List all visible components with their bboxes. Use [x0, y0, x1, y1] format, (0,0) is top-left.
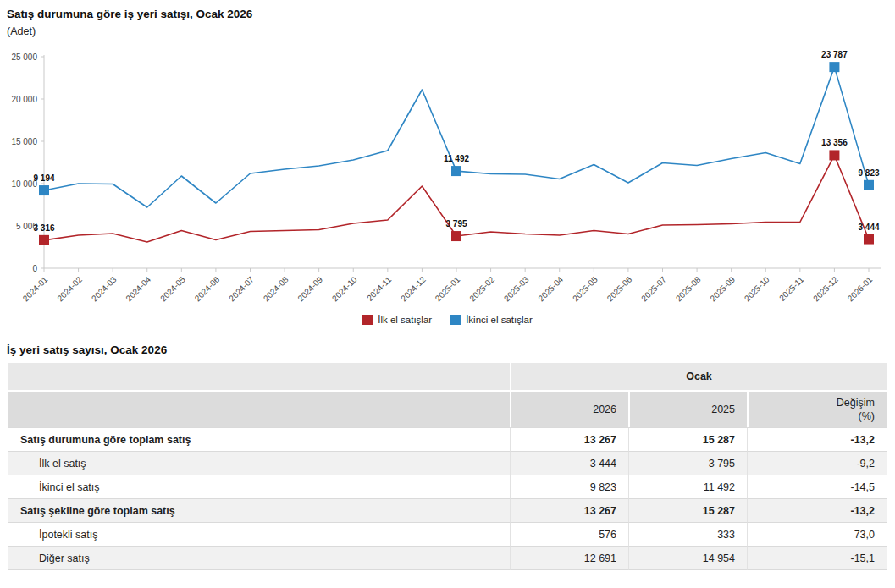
statistics-page: Satış durumuna göre iş yeri satışı, Ocak… — [0, 0, 895, 570]
data-point-label: 13 356 — [821, 138, 848, 147]
chart-section: Satış durumuna göre iş yeri satışı, Ocak… — [0, 0, 895, 325]
data-point-label: 3 316 — [33, 223, 54, 233]
x-axis-tick-label: 2025-10 — [743, 274, 771, 303]
table-subheader-empty-cell — [8, 390, 510, 427]
x-axis-tick-label: 2024-12 — [399, 274, 428, 303]
data-point-label: 9 194 — [33, 173, 54, 183]
row-label: Diğer satış — [8, 546, 510, 570]
table-row: İlk el satış3 4443 795-9,2 — [8, 451, 887, 475]
chart-subtitle: (Adet) — [7, 25, 895, 37]
cell-2026: 3 444 — [510, 451, 628, 475]
column-group-header: Ocak — [510, 363, 887, 390]
data-point-label: 9 823 — [858, 168, 879, 178]
y-axis-tick-label: 25 000 — [11, 52, 37, 62]
x-axis-tick-label: 2024-11 — [365, 274, 394, 303]
table-title: İş yeri satış sayısı, Ocak 2026 — [7, 343, 895, 356]
x-axis-tick-label: 2024-09 — [296, 274, 324, 303]
cell-change-percent: -13,2 — [747, 427, 887, 451]
x-axis-tick-label: 2025-07 — [639, 274, 668, 303]
x-axis-tick-label: 2025-11 — [777, 274, 806, 303]
cell-change-percent: -15,1 — [747, 546, 887, 570]
column-header-change-percent: Değişim (%) — [747, 390, 887, 427]
x-axis-tick-label: 2024-05 — [158, 274, 187, 303]
x-axis-tick-label: 2025-06 — [605, 274, 634, 303]
legend-label: İkinci el satışlar — [466, 315, 533, 325]
x-axis-tick-label: 2025-05 — [571, 274, 599, 303]
x-axis-tick-label: 2024-03 — [90, 274, 119, 303]
x-axis-tick-label: 2024-01 — [21, 274, 50, 303]
x-axis-tick-label: 2025-08 — [674, 274, 703, 303]
data-point-marker-ilk-el[interactable] — [864, 234, 874, 245]
cell-change-percent: -14,5 — [747, 475, 887, 498]
data-point-marker-ikinci-el[interactable] — [451, 166, 461, 176]
chart-title: Satış durumuna göre iş yeri satışı, Ocak… — [7, 7, 895, 22]
row-label: İlk el satış — [8, 451, 510, 475]
series-line-ikinci-el — [44, 67, 869, 207]
cell-2026: 13 267 — [510, 427, 628, 451]
cell-2025: 11 492 — [628, 475, 747, 498]
row-label: İpotekli satış — [8, 522, 510, 546]
table-row: Satış durumuna göre toplam satış13 26715… — [8, 427, 887, 451]
x-axis-tick-label: 2024-10 — [330, 274, 359, 303]
cell-2025: 3 795 — [628, 451, 747, 475]
data-point-marker-ikinci-el[interactable] — [829, 62, 839, 72]
column-header-2026: 2026 — [510, 390, 628, 427]
cell-2025: 15 287 — [628, 498, 747, 522]
x-axis-tick-label: 2024-02 — [55, 274, 84, 303]
cell-2026: 576 — [510, 522, 628, 546]
legend-swatch-blue — [450, 315, 461, 325]
table-row: İkinci el satış9 82311 492-14,5 — [8, 475, 887, 498]
data-point-marker-ikinci-el[interactable] — [39, 185, 49, 195]
row-label: İkinci el satış — [8, 475, 510, 498]
x-axis-tick-label: 2025-12 — [811, 274, 840, 303]
cell-2025: 333 — [628, 522, 747, 546]
row-label: Satış şekline göre toplam satış — [8, 498, 510, 522]
data-point-marker-ilk-el[interactable] — [451, 231, 461, 241]
line-chart-svg: 05 00010 00015 00020 00025 0002024-01202… — [0, 42, 895, 311]
y-axis-tick-label: 0 — [32, 264, 37, 273]
table-header-row: 2026 2025 Değişim (%) — [8, 390, 887, 427]
cell-2025: 15 287 — [628, 427, 747, 451]
x-axis-tick-label: 2024-08 — [262, 274, 290, 303]
cell-change-percent: 73,0 — [747, 522, 887, 546]
x-axis-tick-label: 2024-06 — [193, 274, 222, 303]
table-corner-cell — [8, 363, 510, 390]
legend-label: İlk el satışlar — [378, 315, 432, 325]
table-row: İpotekli satış57633373,0 — [8, 522, 887, 546]
table-row: Satış şekline göre toplam satış13 26715 … — [8, 498, 887, 522]
data-point-label: 23 787 — [821, 50, 848, 59]
y-axis-tick-label: 20 000 — [11, 95, 37, 104]
data-point-label: 11 492 — [444, 154, 469, 163]
table-group-header-row: Ocak — [8, 363, 887, 390]
table-row: Diğer satış12 69114 954-15,1 — [8, 546, 887, 570]
cell-2025: 14 954 — [628, 546, 747, 570]
legend-item-ilk-el-satislar[interactable]: İlk el satışlar — [362, 315, 432, 325]
data-point-marker-ilk-el[interactable] — [39, 235, 49, 245]
x-axis-tick-label: 2025-04 — [536, 274, 565, 303]
cell-change-percent: -9,2 — [747, 451, 887, 475]
data-point-marker-ilk-el[interactable] — [829, 150, 839, 160]
x-axis-tick-label: 2025-01 — [434, 274, 462, 303]
legend-item-ikinci-el-satislar[interactable]: İkinci el satışlar — [450, 315, 533, 325]
table-section: İş yeri satış sayısı, Ocak 2026 Ocak 202… — [0, 343, 895, 570]
x-axis-tick-label: 2025-02 — [467, 274, 496, 303]
cell-2026: 12 691 — [510, 546, 628, 570]
chart-legend: İlk el satışlar İkinci el satışlar — [0, 315, 895, 325]
data-point-label: 3 444 — [858, 223, 879, 232]
data-point-label: 3 795 — [445, 219, 467, 228]
x-axis-tick-label: 2026-01 — [846, 274, 875, 303]
x-axis-tick-label: 2025-09 — [708, 274, 737, 303]
cell-2026: 13 267 — [510, 498, 628, 522]
legend-swatch-red — [362, 315, 373, 325]
x-axis-tick-label: 2025-03 — [502, 274, 531, 303]
line-chart: 05 00010 00015 00020 00025 0002024-01202… — [0, 42, 895, 315]
data-point-marker-ikinci-el[interactable] — [864, 180, 874, 190]
sales-table: Ocak 2026 2025 Değişim (%) Satış durumun… — [8, 363, 887, 570]
y-axis-tick-label: 15 000 — [11, 137, 37, 146]
x-axis-tick-label: 2024-07 — [227, 274, 256, 303]
cell-2026: 9 823 — [510, 475, 628, 498]
x-axis-tick-label: 2024-04 — [124, 274, 152, 303]
column-header-2025: 2025 — [628, 390, 747, 427]
cell-change-percent: -13,2 — [747, 498, 887, 522]
row-label: Satış durumuna göre toplam satış — [8, 427, 510, 451]
